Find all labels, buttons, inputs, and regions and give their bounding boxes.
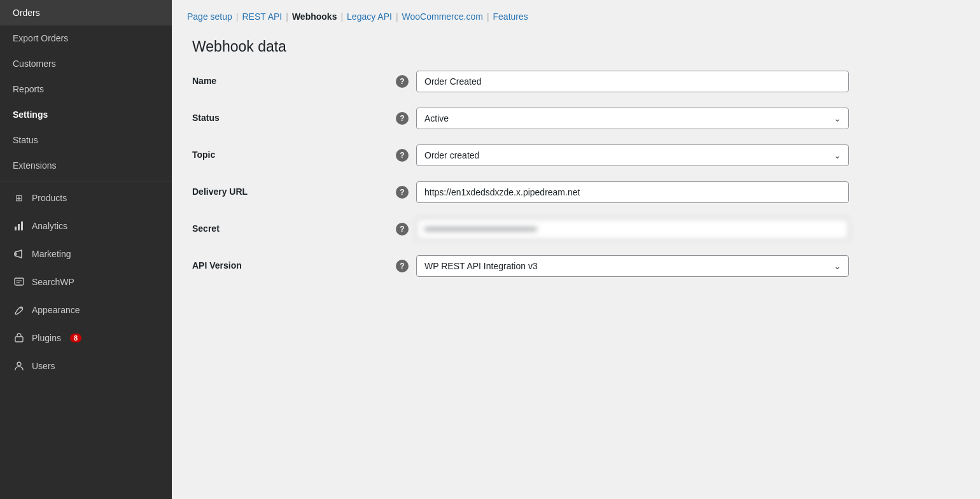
form-row-delivery-url: Delivery URL ? [192, 181, 960, 203]
plugins-label: Plugins [32, 333, 61, 343]
settings-label: Settings [13, 109, 48, 120]
tab-page-setup[interactable]: Page setup [187, 10, 232, 23]
sidebar-item-analytics[interactable]: Analytics [0, 212, 172, 240]
delivery-url-field-col: ? [396, 181, 960, 203]
secret-help-icon[interactable]: ? [396, 223, 409, 235]
plugins-badge: 8 [70, 334, 81, 342]
form-row-topic: Topic ? Order created Order updated Orde… [192, 144, 960, 166]
products-label: Products [32, 193, 67, 203]
topic-field-col: ? Order created Order updated Order dele… [396, 144, 960, 166]
appearance-label: Appearance [32, 305, 80, 315]
tab-features[interactable]: Features [493, 10, 528, 23]
svg-rect-4 [15, 278, 24, 285]
sidebar: Orders Export Orders Customers Reports S… [0, 0, 172, 499]
export-orders-label: Export Orders [13, 33, 68, 43]
status-help-icon[interactable]: ? [396, 112, 409, 125]
searchwp-icon [13, 276, 25, 288]
sidebar-item-products[interactable]: ⊞ Products [0, 184, 172, 212]
status-label: Status [192, 113, 220, 123]
form-row-secret: Secret ? [192, 218, 960, 240]
separator-1: | [236, 11, 239, 22]
topic-select-wrap: Order created Order updated Order delete… [416, 144, 849, 166]
separator-4: | [396, 11, 398, 22]
separator-5: | [487, 11, 489, 22]
api-version-help-icon[interactable]: ? [396, 260, 409, 272]
page-title: Webhook data [192, 38, 960, 55]
marketing-label: Marketing [32, 249, 71, 259]
api-version-label: API Version [192, 260, 242, 271]
marketing-icon [13, 248, 25, 260]
reports-label: Reports [13, 84, 44, 94]
sidebar-item-export-orders[interactable]: Export Orders [0, 25, 172, 51]
orders-label: Orders [13, 8, 40, 18]
products-icon: ⊞ [13, 192, 25, 204]
status-select[interactable]: Active Paused Disabled [416, 108, 849, 129]
main-content: Page setup | REST API | Webhooks | Legac… [172, 0, 980, 499]
delivery-url-label-col: Delivery URL [192, 181, 396, 197]
analytics-label: Analytics [32, 221, 67, 231]
sidebar-item-searchwp[interactable]: SearchWP [0, 268, 172, 296]
topic-select[interactable]: Order created Order updated Order delete… [416, 144, 849, 166]
svg-point-5 [20, 307, 22, 309]
svg-point-7 [17, 362, 21, 366]
sidebar-item-customers[interactable]: Customers [0, 51, 172, 76]
separator-3: | [340, 11, 343, 22]
sidebar-item-plugins[interactable]: Plugins 8 [0, 324, 172, 352]
tab-legacy-api[interactable]: Legacy API [347, 10, 392, 23]
nav-tabs: Page setup | REST API | Webhooks | Legac… [172, 0, 980, 23]
topic-help-icon[interactable]: ? [396, 149, 409, 162]
sidebar-divider [0, 181, 172, 181]
customers-label: Customers [13, 59, 56, 69]
delivery-url-input[interactable] [416, 181, 849, 203]
analytics-icon [13, 220, 25, 232]
tab-woocommerce-com[interactable]: WooCommerce.com [402, 10, 483, 23]
api-version-label-col: API Version [192, 255, 396, 271]
sidebar-item-marketing[interactable]: Marketing [0, 240, 172, 268]
sidebar-item-extensions[interactable]: Extensions [0, 153, 172, 178]
api-version-select[interactable]: WP REST API Integration v3 WP REST API I… [416, 255, 849, 277]
status-label: Status [13, 135, 38, 145]
sidebar-item-orders[interactable]: Orders [0, 0, 172, 25]
tab-webhooks[interactable]: Webhooks [292, 10, 337, 23]
sidebar-item-appearance[interactable]: Appearance [0, 296, 172, 324]
extensions-label: Extensions [13, 160, 56, 171]
sidebar-item-reports[interactable]: Reports [0, 76, 172, 102]
form-row-status: Status ? Active Paused Disabled ⌄ [192, 108, 960, 129]
secret-field-col: ? [396, 218, 960, 240]
name-input[interactable] [416, 71, 849, 92]
secret-input[interactable] [416, 218, 849, 240]
status-label-col: Status [192, 108, 396, 123]
status-field-col: ? Active Paused Disabled ⌄ [396, 108, 960, 129]
delivery-url-label: Delivery URL [192, 186, 248, 197]
status-select-wrap: Active Paused Disabled ⌄ [416, 108, 849, 129]
svg-rect-0 [15, 227, 17, 230]
topic-label-col: Topic [192, 144, 396, 160]
appearance-icon [13, 304, 25, 316]
sidebar-item-users[interactable]: Users [0, 352, 172, 380]
secret-label: Secret [192, 223, 220, 234]
svg-rect-1 [18, 224, 20, 230]
secret-label-col: Secret [192, 218, 396, 234]
searchwp-label: SearchWP [32, 277, 74, 287]
api-version-select-wrap: WP REST API Integration v3 WP REST API I… [416, 255, 849, 277]
sidebar-item-settings[interactable]: Settings [0, 102, 172, 127]
plugins-icon [13, 332, 25, 344]
sidebar-item-status[interactable]: Status [0, 127, 172, 153]
separator-2: | [286, 11, 288, 22]
svg-rect-6 [15, 337, 23, 342]
form-row-api-version: API Version ? WP REST API Integration v3… [192, 255, 960, 277]
delivery-url-help-icon[interactable]: ? [396, 186, 409, 199]
content-area: Webhook data Name ? Status ? Active Pau [172, 23, 980, 307]
name-help-icon[interactable]: ? [396, 75, 409, 88]
users-icon [13, 360, 25, 372]
name-field-col: ? [396, 71, 960, 92]
users-label: Users [32, 361, 55, 371]
form-row-name: Name ? [192, 71, 960, 92]
name-label: Name [192, 76, 216, 86]
api-version-field-col: ? WP REST API Integration v3 WP REST API… [396, 255, 960, 277]
tab-rest-api[interactable]: REST API [242, 10, 282, 23]
name-label-col: Name [192, 71, 396, 86]
topic-label: Topic [192, 150, 215, 160]
svg-rect-2 [21, 221, 23, 230]
